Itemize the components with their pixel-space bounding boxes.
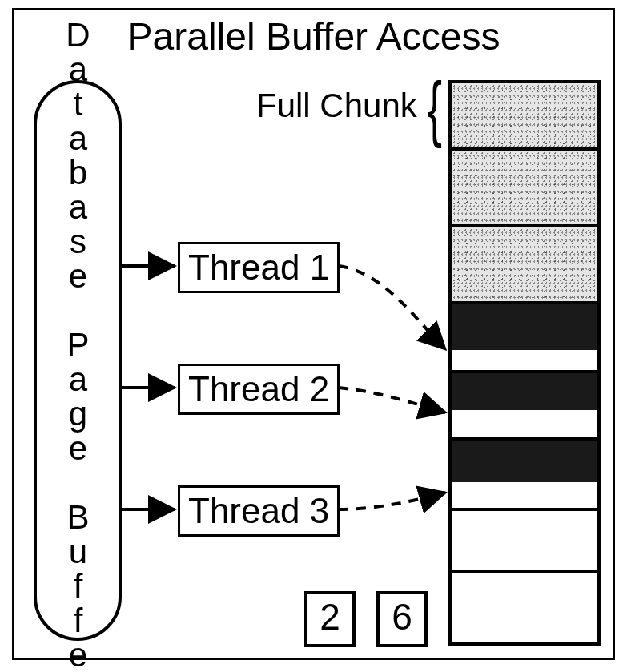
chunk-full: [452, 227, 597, 304]
chunk-partial-thread-2: [452, 373, 597, 441]
thread-2-box: Thread 2: [178, 364, 340, 415]
chunk-full: [452, 151, 597, 227]
full-chunk-label: Full Chunk: [256, 87, 417, 125]
chunk-empty: [452, 511, 597, 573]
thread-3-label: Thread 3: [188, 491, 329, 530]
thread-1-label: Thread 1: [188, 247, 329, 287]
thread-3-box: Thread 3: [178, 485, 340, 537]
chunk-empty: [452, 573, 597, 642]
free-chunk-count: 2: [304, 591, 356, 647]
database-page-buffer: Database Page Buffer: [34, 80, 122, 641]
chunk-partial-thread-3: [452, 441, 597, 511]
chunk-stack: [448, 80, 601, 646]
full-chunk-brace: {: [428, 72, 442, 144]
thread-2-label: Thread 2: [188, 369, 329, 408]
chunk-partial-thread-1: [452, 304, 597, 373]
database-page-buffer-label: Database Page Buffer: [58, 16, 97, 672]
chunk-full: [452, 83, 597, 151]
thread-1-box: Thread 1: [178, 242, 340, 293]
used-chunk-count: 6: [376, 591, 428, 647]
